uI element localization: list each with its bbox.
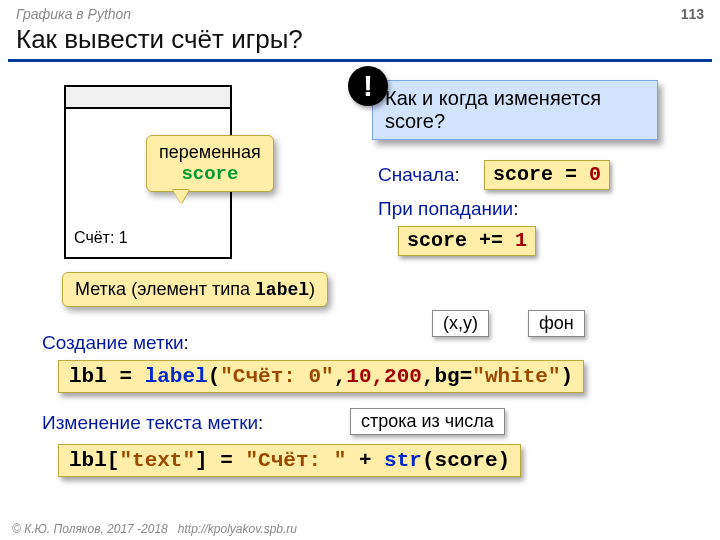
bg-chip: фон	[528, 310, 585, 337]
page-title: Как вывести счёт игры?	[0, 22, 720, 59]
xy-chip: (x,y)	[432, 310, 489, 337]
title-rule	[8, 59, 712, 62]
label-callout: Метка (элемент типа label)	[62, 272, 328, 307]
init-code: score = 0	[484, 160, 610, 190]
footer: © К.Ю. Поляков, 2017 -2018 http://kpolya…	[12, 522, 297, 536]
exclamation-icon: !	[348, 66, 388, 106]
hit-code: score += 1	[398, 226, 536, 256]
change-label: Изменение текста метки:	[42, 412, 263, 434]
hit-label: При попадании:	[378, 198, 518, 220]
str-chip: строка из числа	[350, 408, 505, 435]
var-callout: переменная score	[146, 135, 274, 192]
create-label: Создание метки:	[42, 332, 189, 354]
var-callout-line1: переменная	[159, 142, 261, 163]
page-number: 113	[681, 6, 704, 22]
course-name: Графика в Python	[16, 6, 131, 22]
create-code: lbl = label("Счёт: 0",10,200,bg="white")	[58, 360, 584, 393]
score-label-text: Счёт: 1	[74, 229, 128, 247]
var-callout-code: score	[159, 163, 261, 185]
change-code: lbl["text"] = "Счёт: " + str(score)	[58, 444, 521, 477]
question-box: Как и когда изменяется score?	[372, 80, 658, 140]
init-label: Сначала:	[378, 164, 460, 186]
var-callout-pointer	[173, 190, 189, 204]
